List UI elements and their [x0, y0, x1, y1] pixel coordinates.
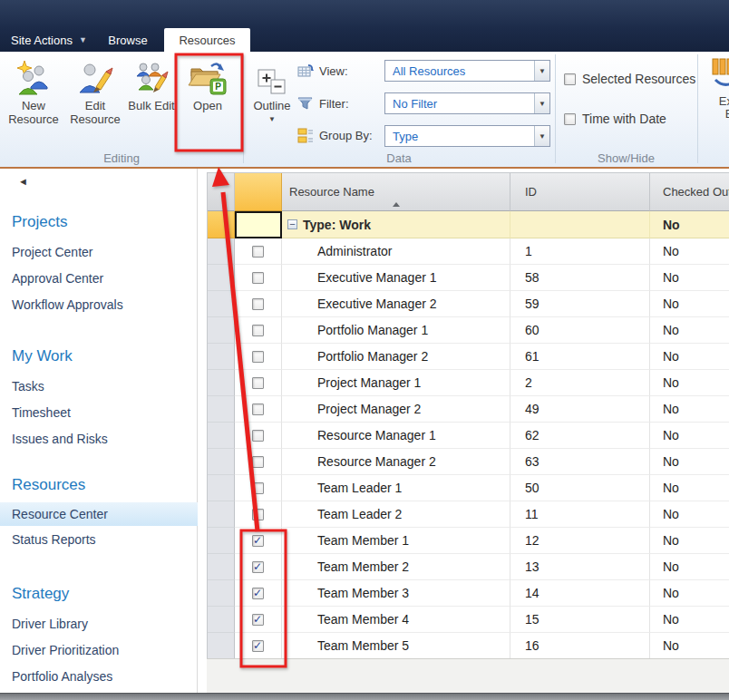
row-select-checkbox[interactable] — [252, 403, 264, 415]
sidebar-item-project-center[interactable]: Project Center — [0, 239, 198, 266]
resource-name-cell[interactable]: Resource Manager 1 — [282, 423, 510, 449]
checked-out-cell: No — [650, 607, 729, 633]
resource-name-cell[interactable]: Portfolio Manager 1 — [282, 317, 510, 344]
filter-dropdown[interactable]: No Filter ▼ — [384, 92, 550, 114]
export-to-excel-button[interactable]: Exp E — [702, 57, 729, 121]
sidebar-heading[interactable]: Resources — [0, 475, 198, 495]
column-header-id[interactable]: ID — [510, 173, 650, 211]
resource-name-cell[interactable]: Resource Manager 2 — [282, 449, 510, 475]
resource-name-cell[interactable]: Team Member 3 — [282, 580, 510, 607]
edit-resource-button[interactable]: Edit Resource — [65, 55, 125, 126]
row-header-cell[interactable] — [208, 607, 235, 633]
sidebar-heading[interactable]: Projects — [0, 212, 198, 232]
resource-name-cell[interactable]: Team Member 2 — [282, 554, 510, 580]
resource-name-cell[interactable]: Team Member 4 — [282, 607, 510, 633]
resource-name-cell[interactable]: Team Member 1 — [282, 528, 510, 554]
row-select-checkbox[interactable] — [252, 272, 264, 284]
row-select-checkbox[interactable] — [252, 509, 264, 520]
row-header-cell[interactable] — [208, 501, 235, 528]
row-header-cell[interactable] — [208, 344, 235, 370]
collapse-group-icon[interactable]: − — [287, 219, 297, 229]
resource-name-cell[interactable]: Team Leader 2 — [282, 501, 510, 528]
sidebar-item-issues-and-risks[interactable]: Issues and Risks — [0, 426, 198, 452]
row-header-cell[interactable] — [208, 554, 235, 580]
resource-name-cell[interactable]: Project Manager 2 — [282, 396, 510, 423]
sidebar-heading[interactable]: My Work — [0, 346, 198, 366]
row-select-checkbox[interactable] — [252, 640, 264, 652]
row-select-cell — [235, 370, 282, 396]
row-header-cell[interactable] — [208, 370, 235, 396]
row-select-cell — [235, 291, 282, 317]
project-web-app-window: Site Actions ▼ Browse Resources New Reso… — [0, 0, 729, 700]
row-header-cell[interactable] — [208, 633, 235, 659]
row-header-cell[interactable] — [208, 265, 235, 291]
edit-resource-icon — [77, 55, 113, 97]
time-with-date-checkbox-row[interactable]: Time with Date — [564, 112, 666, 126]
row-select-cell — [235, 265, 282, 291]
resource-name-cell[interactable]: Team Member 5 — [282, 633, 510, 659]
resource-name-cell[interactable]: Executive Manager 2 — [282, 291, 510, 317]
sidebar-item-workflow-approvals[interactable]: Workflow Approvals — [0, 292, 198, 318]
resource-name-cell[interactable]: Project Manager 1 — [282, 370, 510, 396]
id-cell: 11 — [510, 501, 650, 528]
row-select-checkbox[interactable] — [252, 561, 264, 573]
sidebar-item-portfolio-analyses[interactable]: Portfolio Analyses — [0, 664, 198, 690]
resource-name-cell[interactable]: Team Leader 1 — [282, 475, 510, 501]
group-by-dropdown[interactable]: Type ▼ — [384, 125, 550, 147]
row-select-checkbox[interactable] — [252, 535, 264, 547]
row-select-checkbox[interactable] — [252, 325, 264, 336]
tab-resources[interactable]: Resources — [164, 28, 250, 52]
row-header-cell[interactable] — [208, 291, 235, 317]
open-button[interactable]: P Open — [180, 55, 236, 112]
row-header-cell[interactable] — [208, 423, 235, 449]
sidebar-item-driver-prioritization[interactable]: Driver Prioritization — [0, 637, 198, 664]
resource-name-cell[interactable]: Portfolio Manager 2 — [282, 344, 510, 370]
sidebar-item-resource-center[interactable]: Resource Center — [0, 502, 198, 526]
row-select-checkbox[interactable] — [252, 351, 264, 363]
sidebar-item-driver-library[interactable]: Driver Library — [0, 611, 198, 637]
row-select-checkbox[interactable] — [252, 377, 264, 389]
outline-button[interactable]: Outline ▼ — [250, 55, 294, 123]
id-cell: 15 — [510, 607, 650, 633]
ribbon-group-editing-label: Editing — [0, 151, 243, 166]
row-header-cell[interactable] — [208, 396, 235, 423]
group-row-select-cell[interactable] — [235, 211, 282, 238]
row-header-cell[interactable] — [208, 528, 235, 554]
sidebar-item-timesheet[interactable]: Timesheet — [0, 400, 198, 426]
sidebar-item-approval-center[interactable]: Approval Center — [0, 266, 198, 292]
row-select-checkbox[interactable] — [252, 430, 264, 442]
sidebar-item-status-reports[interactable]: Status Reports — [0, 527, 198, 553]
row-select-checkbox[interactable] — [252, 298, 264, 310]
view-dropdown[interactable]: All Resources ▼ — [384, 60, 550, 82]
checked-out-cell: No — [650, 633, 729, 659]
column-header-checked-out[interactable]: Checked Out — [650, 173, 729, 211]
row-select-checkbox[interactable] — [252, 614, 264, 626]
column-header-resource-name[interactable]: Resource Name — [282, 173, 510, 211]
resource-name-cell[interactable]: Administrator — [282, 238, 510, 265]
tab-browse[interactable]: Browse — [92, 28, 163, 52]
row-header-cell[interactable] — [208, 580, 235, 607]
site-actions-menu[interactable]: Site Actions ▼ — [5, 30, 92, 50]
group-row-header-cell[interactable] — [208, 211, 235, 238]
resource-name-cell[interactable]: Executive Manager 1 — [282, 265, 510, 291]
time-with-date-checkbox[interactable] — [564, 113, 576, 125]
sidebar-heading[interactable]: Strategy — [0, 584, 198, 604]
collapse-sidebar-icon[interactable]: ◄ — [18, 176, 28, 187]
selected-resources-checkbox-row[interactable]: Selected Resources — [564, 72, 695, 86]
sidebar-item-tasks[interactable]: Tasks — [0, 374, 198, 400]
row-select-checkbox[interactable] — [252, 482, 264, 494]
row-select-checkbox[interactable] — [252, 588, 264, 599]
checked-out-cell: No — [650, 580, 729, 607]
bulk-edit-button[interactable]: Bulk Edit — [127, 55, 176, 112]
row-header-cell[interactable] — [208, 475, 235, 501]
row-select-checkbox[interactable] — [252, 246, 264, 258]
row-header-cell[interactable] — [208, 317, 235, 344]
svg-text:P: P — [215, 82, 221, 92]
select-all-header-cell[interactable] — [235, 173, 282, 211]
selected-resources-checkbox[interactable] — [564, 73, 576, 85]
row-header-cell[interactable] — [208, 449, 235, 475]
row-select-checkbox[interactable] — [252, 456, 264, 468]
new-resource-button[interactable]: New Resource — [4, 55, 63, 126]
grid-corner-header-cell[interactable] — [208, 173, 235, 211]
row-header-cell[interactable] — [208, 238, 235, 265]
